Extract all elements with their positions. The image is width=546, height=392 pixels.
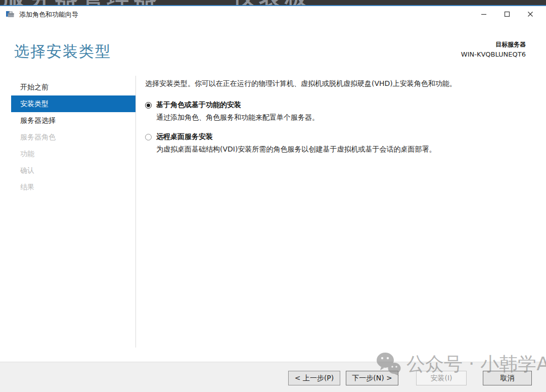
wizard-footer: < 上一步(P) 下一步(N) > 安装(I) 取消 xyxy=(0,362,546,392)
minimize-button[interactable] xyxy=(472,6,495,22)
sidebar-item-server-roles: 服务器角色 xyxy=(0,129,135,145)
radio-remote-desktop-install[interactable]: 远程桌面服务安装 xyxy=(145,132,436,141)
sidebar-item-confirmation: 确认 xyxy=(0,162,135,179)
option-label: 基于角色或基于功能的安装 xyxy=(156,101,241,110)
window-title: 添加角色和功能向导 xyxy=(19,10,78,19)
sidebar-item-installation-type[interactable]: 安装类型 xyxy=(11,95,135,112)
target-server-label: 目标服务器 xyxy=(461,40,526,49)
page-title: 选择安装类型 xyxy=(14,41,111,62)
radio-selected-icon[interactable] xyxy=(145,102,152,109)
option-description: 通过添加角色、角色服务和功能来配置单个服务器。 xyxy=(156,113,319,122)
target-server-name: WIN-KVQBLUNEQT6 xyxy=(461,51,526,58)
minimize-icon xyxy=(481,11,487,17)
wizard-toolbox-icon xyxy=(6,10,14,18)
radio-unselected-icon[interactable] xyxy=(145,134,152,140)
wizard-steps-sidebar: 开始之前 安装类型 服务器选择 服务器角色 功能 确认 结果 xyxy=(0,79,135,195)
option-role-based-install: 基于角色或基于功能的安装 通过添加角色、角色服务和功能来配置单个服务器。 xyxy=(145,101,319,122)
intro-text: 选择安装类型。你可以在正在运行的物理计算机、虚拟机或脱机虚拟硬盘(VHD)上安装… xyxy=(145,79,457,88)
background-text-fragment: 服务器管理器 xyxy=(2,0,160,5)
option-description: 为虚拟桌面基础结构(VDI)安装所需的角色服务以创建基于虚拟机或基于会话的桌面部… xyxy=(156,145,436,154)
sidebar-divider xyxy=(135,76,136,348)
previous-button[interactable]: < 上一步(P) xyxy=(288,371,340,385)
sidebar-item-features: 功能 xyxy=(0,145,135,162)
titlebar: 添加角色和功能向导 xyxy=(0,6,546,22)
background-text-fragment: 仪表板 xyxy=(233,0,311,5)
install-button: 安装(I) xyxy=(416,371,467,385)
maximize-button[interactable] xyxy=(495,6,519,22)
window-controls xyxy=(472,6,542,22)
target-server-block: 目标服务器 WIN-KVQBLUNEQT6 xyxy=(461,40,526,58)
option-remote-desktop-install: 远程桌面服务安装 为虚拟桌面基础结构(VDI)安装所需的角色服务以创建基于虚拟机… xyxy=(145,132,436,154)
next-button[interactable]: 下一步(N) > xyxy=(346,371,398,385)
option-label: 远程桌面服务安装 xyxy=(156,132,213,141)
background-window-strip: 服务器管理器 仪表板 xyxy=(0,0,546,5)
sidebar-item-server-selection[interactable]: 服务器选择 xyxy=(0,112,135,129)
close-button[interactable] xyxy=(519,6,542,22)
maximize-icon xyxy=(504,11,510,17)
cancel-button[interactable]: 取消 xyxy=(483,371,532,385)
sidebar-item-results: 结果 xyxy=(0,179,135,195)
radio-role-based-install[interactable]: 基于角色或基于功能的安装 xyxy=(145,101,319,110)
close-icon xyxy=(527,11,533,17)
sidebar-item-before-you-begin[interactable]: 开始之前 xyxy=(0,79,135,95)
